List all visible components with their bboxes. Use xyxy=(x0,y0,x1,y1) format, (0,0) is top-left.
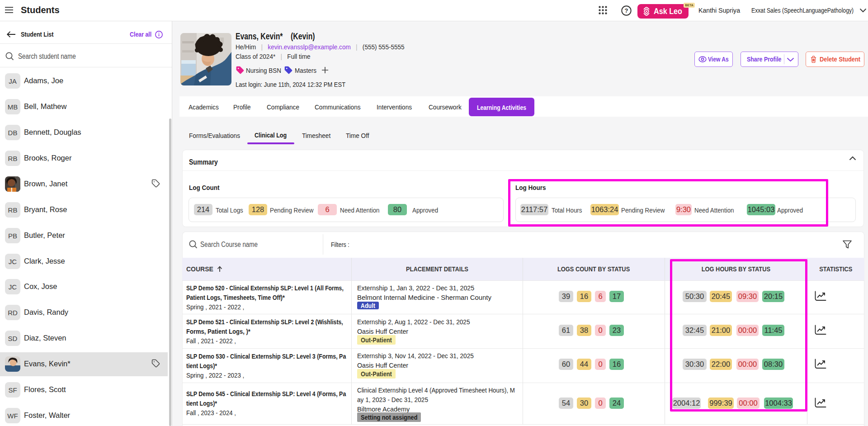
svg-text:?: ? xyxy=(625,7,628,14)
